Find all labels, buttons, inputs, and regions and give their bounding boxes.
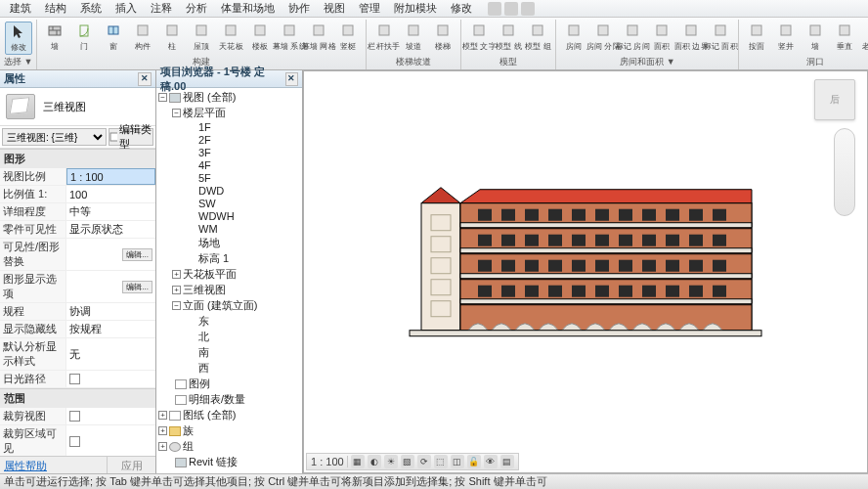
view-cube[interactable]: 后 (814, 79, 855, 120)
ramp-button[interactable]: 坡道 (400, 22, 427, 53)
property-value[interactable] (66, 371, 155, 387)
tree-toggler-icon[interactable]: + (158, 411, 167, 420)
close-icon[interactable]: ✕ (138, 72, 152, 86)
viewport[interactable]: 后 (303, 70, 868, 473)
tree-toggler-icon[interactable]: + (158, 442, 167, 451)
tree-floor-plan-item[interactable]: 3F (186, 147, 300, 159)
wall-opening-button[interactable]: 墙 (802, 22, 829, 53)
area-button[interactable]: 面积 (648, 22, 675, 53)
stair-button[interactable]: 楼梯 (429, 22, 456, 53)
tree-floor-plan-item[interactable]: DWD (186, 185, 300, 198)
edit-button[interactable]: 编辑... (122, 281, 152, 293)
property-value[interactable]: 1 : 100 (66, 168, 155, 185)
dormer-button[interactable]: 老虎窗 (860, 22, 868, 53)
qat-icon[interactable] (521, 2, 535, 16)
unlock-3d-icon[interactable]: 🔓 (467, 455, 481, 468)
property-section[interactable]: 图形 (0, 149, 155, 168)
detail-level-icon[interactable]: ▦ (351, 455, 365, 468)
property-value[interactable]: 协调 (66, 303, 155, 320)
menu-annotate[interactable]: 注释 (145, 0, 178, 17)
menu-manage[interactable]: 管理 (353, 0, 386, 17)
tree-families[interactable]: +族 (158, 423, 300, 439)
tree-ceiling-plans[interactable]: +天花板平面 (172, 267, 300, 283)
tree-elevation-item[interactable]: 西 (186, 361, 300, 377)
modify-button[interactable]: 修改 (5, 22, 32, 55)
menu-insert[interactable]: 插入 (109, 0, 143, 17)
property-value[interactable]: 编辑... (66, 239, 155, 270)
navigation-bar[interactable] (834, 128, 855, 216)
visual-style-icon[interactable]: ◐ (368, 455, 381, 468)
property-value[interactable]: 无 (66, 338, 155, 370)
model-group-button[interactable]: 模型 组 (524, 22, 551, 53)
tree-toggler-icon[interactable]: + (158, 426, 167, 435)
shaft-button[interactable]: 竖井 (772, 22, 800, 53)
curtain-system-button[interactable]: 幕墙 系统 (276, 22, 303, 53)
tree-floor-plan-item[interactable]: SW (186, 198, 300, 210)
menu-collaborate[interactable]: 协作 (282, 0, 316, 17)
tree-revit-links[interactable]: Revit 链接 (158, 455, 300, 470)
crop-view-icon[interactable]: ⬚ (434, 455, 448, 468)
tag-room-button[interactable]: 标记 房间 (619, 22, 646, 53)
roof-button[interactable]: 屋顶 (188, 22, 215, 53)
tree-toggler-icon[interactable]: + (172, 270, 181, 279)
tag-area-button[interactable]: 标记 面积 (707, 22, 734, 53)
wall-button[interactable]: 墙 (41, 22, 68, 53)
tree-elevations[interactable]: −立面 (建筑立面) (172, 298, 300, 314)
menu-architecture[interactable]: 建筑 (4, 0, 37, 17)
shadows-icon[interactable]: ▧ (401, 455, 414, 468)
sun-path-icon[interactable]: ☀ (384, 455, 398, 468)
room-button[interactable]: 房间 (560, 22, 587, 53)
window-button[interactable]: 窗 (100, 22, 127, 53)
properties-grid[interactable]: 图形视图比例1 : 100比例值 1:100详细程度中等零件可见性显示原状态可见… (0, 149, 155, 456)
property-value[interactable]: 100 (66, 186, 155, 202)
tree-views-root[interactable]: −视图 (全部) (158, 90, 300, 106)
model-text-button[interactable]: 模型 文字 (465, 22, 493, 53)
model-line-button[interactable]: 模型 线 (495, 22, 522, 53)
tree-floor-plan-item[interactable]: WDWH (186, 210, 300, 223)
family-type-selector[interactable]: 三维视图: {三维} (2, 128, 107, 146)
tree-elevation-item[interactable]: 南 (186, 345, 300, 361)
close-icon[interactable]: ✕ (285, 72, 298, 86)
temp-hide-icon[interactable]: 👁 (484, 455, 498, 468)
rendering-icon[interactable]: ⟳ (417, 455, 431, 468)
reveal-hidden-icon[interactable]: ▤ (500, 455, 514, 468)
floor-button[interactable]: 楼板 (246, 22, 274, 53)
column-button[interactable]: 柱 (158, 22, 186, 53)
tree-floor-plans[interactable]: −楼层平面 (172, 106, 300, 121)
property-value[interactable]: 中等 (66, 203, 155, 220)
qat-icon[interactable] (488, 2, 501, 16)
tree-floor-plan-item[interactable]: 2F (186, 134, 300, 147)
tree-floor-plan-item[interactable]: WM (186, 223, 300, 236)
room-separator-button[interactable]: 房间 分隔 (589, 22, 617, 53)
tree-floor-plan-item[interactable]: 标高 1 (186, 251, 300, 267)
area-boundary-button[interactable]: 面积 边界 (677, 22, 705, 53)
tree-schedules[interactable]: 明细表/数量 (158, 392, 300, 408)
view-scale[interactable]: 1 : 100 (311, 456, 344, 467)
project-browser-tree[interactable]: −视图 (全部)−楼层平面1F2F3F4F5FDWDSWWDWHWM场地标高 1… (156, 88, 302, 473)
property-value[interactable] (66, 408, 155, 424)
menu-analyze[interactable]: 分析 (180, 0, 213, 17)
tree-floor-plan-item[interactable]: 4F (186, 159, 300, 172)
tree-toggler-icon[interactable]: − (172, 109, 181, 117)
by-face-button[interactable]: 按面 (743, 22, 770, 53)
menu-massing-site[interactable]: 体量和场地 (215, 0, 281, 17)
mullion-button[interactable]: 竖梃 (334, 22, 362, 53)
apply-button[interactable]: 应用 (107, 457, 155, 473)
tree-3d-views[interactable]: +三维视图 (172, 283, 300, 298)
properties-help-link[interactable]: 属性帮助 (0, 457, 107, 473)
tree-legends[interactable]: 图例 (158, 377, 300, 392)
tree-floor-plan-item[interactable]: 场地 (186, 236, 300, 251)
property-value[interactable]: 按规程 (66, 321, 155, 337)
checkbox[interactable] (69, 411, 80, 422)
checkbox[interactable] (69, 436, 80, 447)
edit-button[interactable]: 编辑... (122, 248, 152, 261)
tree-floor-plan-item[interactable]: 5F (186, 172, 300, 185)
tree-sheets[interactable]: +图纸 (全部) (158, 408, 300, 423)
property-value[interactable] (66, 425, 155, 456)
property-value[interactable]: 显示原状态 (66, 221, 155, 238)
menu-systems[interactable]: 系统 (74, 0, 108, 17)
vertical-button[interactable]: 垂直 (831, 22, 858, 53)
show-crop-icon[interactable]: ◫ (451, 455, 464, 468)
component-button[interactable]: 构件 (129, 22, 156, 53)
tree-elevation-item[interactable]: 东 (186, 314, 300, 330)
